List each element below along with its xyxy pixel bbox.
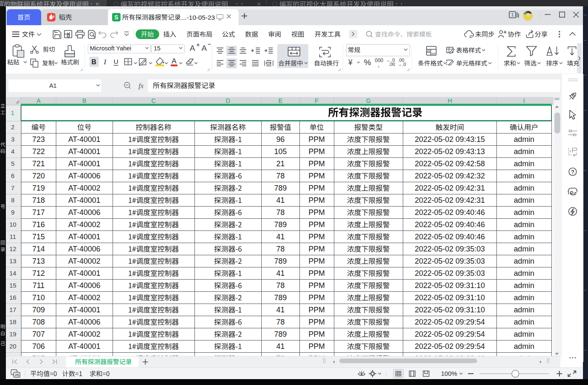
svg-text:789: 789 bbox=[274, 257, 287, 265]
svg-text:A: A bbox=[202, 44, 207, 52]
svg-text:41: 41 bbox=[276, 233, 285, 241]
svg-text:2022-05-02 09:40:46: 2022-05-02 09:40:46 bbox=[415, 220, 485, 229]
svg-text:AT-40001: AT-40001 bbox=[68, 196, 100, 204]
svg-text:AT-40002: AT-40002 bbox=[68, 184, 100, 192]
svg-text:2022-05-02 09:42:31: 2022-05-02 09:42:31 bbox=[415, 196, 485, 204]
svg-text:PPM: PPM bbox=[308, 354, 325, 363]
svg-text:,: , bbox=[378, 61, 379, 68]
svg-text:A1: A1 bbox=[49, 82, 57, 89]
svg-text:AT-40002: AT-40002 bbox=[68, 257, 100, 265]
svg-text:78: 78 bbox=[276, 245, 285, 253]
svg-text:709: 709 bbox=[32, 306, 45, 314]
svg-text:2022-05-02 09:29:54: 2022-05-02 09:29:54 bbox=[415, 342, 485, 351]
svg-text:admin: admin bbox=[514, 293, 534, 302]
svg-text:E: E bbox=[278, 97, 283, 104]
svg-text:admin: admin bbox=[514, 354, 534, 363]
svg-text:admin: admin bbox=[514, 306, 534, 314]
svg-text:2022-05-02 09:43:13: 2022-05-02 09:43:13 bbox=[415, 147, 485, 156]
svg-text:admin: admin bbox=[514, 245, 534, 253]
svg-text:8: 8 bbox=[11, 196, 14, 204]
svg-text:admin: admin bbox=[514, 220, 534, 229]
svg-text:2022-05-02 09:43:15: 2022-05-02 09:43:15 bbox=[415, 135, 485, 144]
svg-text:U: U bbox=[113, 58, 118, 65]
svg-text:admin: admin bbox=[514, 269, 534, 278]
svg-text:713: 713 bbox=[32, 257, 45, 265]
svg-text:admin: admin bbox=[514, 208, 534, 217]
svg-text:706: 706 bbox=[32, 342, 45, 351]
svg-text:7: 7 bbox=[11, 184, 14, 191]
svg-text:admin: admin bbox=[514, 135, 534, 144]
svg-text:admin: admin bbox=[514, 196, 534, 204]
svg-text:717: 717 bbox=[32, 208, 45, 217]
svg-text:admin: admin bbox=[514, 281, 534, 290]
svg-text:789: 789 bbox=[274, 330, 287, 338]
svg-text:AT-40006: AT-40006 bbox=[68, 172, 100, 180]
svg-text:PPM: PPM bbox=[308, 135, 325, 144]
svg-text:5: 5 bbox=[11, 160, 14, 167]
svg-text:789: 789 bbox=[274, 293, 287, 302]
svg-text:AT-40006: AT-40006 bbox=[68, 354, 100, 363]
svg-text:F: F bbox=[315, 97, 319, 104]
svg-text:PPM: PPM bbox=[308, 160, 325, 168]
svg-text:14: 14 bbox=[9, 270, 16, 277]
svg-text:AT-40001: AT-40001 bbox=[68, 269, 100, 278]
svg-text:2022-05-02 09:29:54: 2022-05-02 09:29:54 bbox=[415, 318, 485, 326]
svg-text:20: 20 bbox=[9, 343, 16, 350]
svg-text:41: 41 bbox=[276, 269, 285, 278]
svg-text:A: A bbox=[37, 97, 41, 104]
svg-text:PPM: PPM bbox=[308, 330, 325, 338]
svg-text:16: 16 bbox=[9, 294, 16, 301]
svg-text:2022-05-02 09:35:03: 2022-05-02 09:35:03 bbox=[415, 245, 485, 253]
svg-text:105: 105 bbox=[274, 147, 287, 156]
svg-text:722: 722 bbox=[32, 147, 45, 156]
svg-text:admin: admin bbox=[514, 330, 534, 338]
svg-text:admin: admin bbox=[514, 342, 534, 351]
svg-text:714: 714 bbox=[32, 245, 45, 253]
svg-text:21: 21 bbox=[276, 160, 285, 168]
svg-text:PPM: PPM bbox=[308, 269, 325, 278]
svg-text:718: 718 bbox=[32, 196, 45, 204]
svg-text:715: 715 bbox=[32, 233, 45, 241]
svg-text:PPM: PPM bbox=[308, 220, 325, 229]
svg-text:B: B bbox=[82, 97, 87, 104]
svg-text:PPM: PPM bbox=[308, 342, 325, 351]
svg-text:PPM: PPM bbox=[308, 208, 325, 217]
svg-text:C: C bbox=[151, 97, 155, 104]
svg-text:JS: JS bbox=[14, 373, 19, 377]
svg-text:18: 18 bbox=[9, 318, 16, 325]
svg-text:716: 716 bbox=[32, 220, 45, 229]
svg-text:711: 711 bbox=[32, 281, 45, 290]
svg-text:AT-40001: AT-40001 bbox=[68, 342, 100, 351]
svg-text:2022-05-02 09:31:10: 2022-05-02 09:31:10 bbox=[415, 293, 485, 302]
svg-text:723: 723 bbox=[32, 135, 45, 144]
svg-text:789: 789 bbox=[274, 220, 287, 229]
svg-text:A: A bbox=[172, 57, 177, 65]
svg-text:1: 1 bbox=[511, 12, 514, 17]
svg-text:78: 78 bbox=[276, 172, 285, 180]
svg-text:PPM: PPM bbox=[308, 245, 325, 253]
svg-text:41: 41 bbox=[276, 342, 285, 351]
svg-text:AT-40001: AT-40001 bbox=[68, 147, 100, 156]
svg-text:Microsoft Yahei: Microsoft Yahei bbox=[90, 45, 131, 52]
svg-text:I: I bbox=[103, 58, 107, 66]
svg-text:AT-40001: AT-40001 bbox=[68, 233, 100, 241]
svg-text:G: G bbox=[366, 97, 371, 104]
svg-text:96: 96 bbox=[276, 135, 285, 144]
svg-text:15: 15 bbox=[154, 45, 160, 52]
svg-text:S: S bbox=[114, 14, 118, 21]
svg-text:PPM: PPM bbox=[308, 306, 325, 314]
svg-text:17: 17 bbox=[9, 306, 16, 313]
svg-text:789: 789 bbox=[274, 184, 287, 192]
svg-text:admin: admin bbox=[514, 147, 534, 156]
svg-text:13: 13 bbox=[9, 257, 16, 265]
svg-text:H: H bbox=[448, 97, 452, 104]
svg-text:PPM: PPM bbox=[308, 196, 325, 204]
svg-text:D: D bbox=[226, 97, 230, 104]
svg-text:705: 705 bbox=[32, 354, 45, 363]
svg-text:19: 19 bbox=[9, 330, 16, 338]
svg-text:2022-05-02 09:40:46: 2022-05-02 09:40:46 bbox=[415, 208, 485, 217]
svg-text:15: 15 bbox=[9, 282, 16, 289]
svg-text:10: 10 bbox=[9, 221, 16, 228]
svg-text:PPM: PPM bbox=[308, 184, 325, 192]
svg-text:4: 4 bbox=[11, 148, 14, 155]
